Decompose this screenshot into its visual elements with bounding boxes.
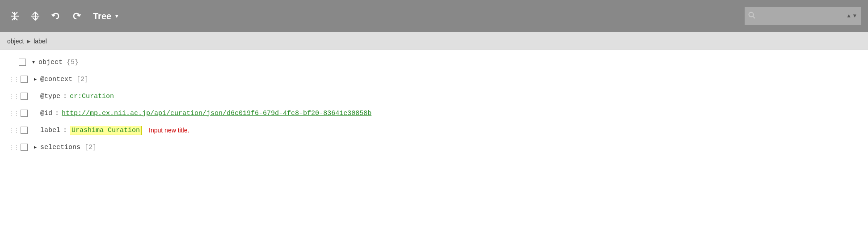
breadcrumb-part2: label [34,38,47,45]
svg-point-4 [749,12,754,17]
tree-content: object {5} @context [2] @type : [0,50,868,230]
type-info: [2] [80,144,97,151]
tree-row: label : Urashima Curation Input new titl… [0,122,868,139]
search-icon [748,12,755,21]
row-key-content: @context [2] [40,76,868,83]
dropdown-arrow-icon: ▼ [114,13,119,19]
row-square-icon [18,76,30,83]
expand-arrow-icon[interactable] [30,144,40,150]
search-container: ▲ ▼ [745,7,861,25]
tree-row: @context [2] [0,71,868,88]
tree-label: Tree [93,11,111,21]
key-label: @id [40,110,52,117]
row-key-content: @id : http://mp.ex.nii.ac.jp/api/curatio… [40,110,868,117]
row-key-content: @type : cr:Curation [40,93,868,100]
value-link[interactable]: http://mp.ex.nii.ac.jp/api/curation/json… [62,110,371,117]
undo-button[interactable] [48,9,63,23]
drag-handle-icon[interactable] [9,76,18,83]
search-down-icon[interactable]: ▼ [852,12,857,20]
expand-arrow-icon[interactable] [29,59,38,65]
tree-row: @id : http://mp.ex.nii.ac.jp/api/curatio… [0,105,868,122]
drag-handle-icon[interactable] [9,127,18,134]
key-label: selections [40,144,80,151]
key-label: object [38,59,63,66]
row-key-content: selections [2] [40,144,868,151]
row-square-icon [18,127,30,134]
drag-handle-icon[interactable] [9,93,18,100]
drag-handle-icon[interactable] [9,110,18,117]
breadcrumb-separator: ► [25,38,32,45]
search-input[interactable] [758,13,847,20]
key-label: @context [40,76,72,83]
tree-dropdown-button[interactable]: Tree ▼ [89,9,123,23]
breadcrumb: object ► label [0,32,868,50]
redo-button[interactable] [69,9,84,23]
collapse-all-button[interactable] [28,9,43,23]
svg-line-5 [753,16,755,18]
expand-all-button[interactable] [7,9,22,23]
tree-row: object {5} [0,54,868,71]
key-label: @type [40,93,60,100]
label-value-highlighted[interactable]: Urashima Curation [70,126,142,135]
breadcrumb-part1: object [7,38,24,45]
key-label: label [40,127,60,134]
expand-arrow-icon[interactable] [30,76,40,82]
type-info: {5} [63,59,79,66]
row-square-icon [16,59,29,66]
row-square-icon [18,110,30,117]
tree-row: selections [2] [0,139,868,156]
row-key-content: label : Urashima Curation Input new titl… [40,126,868,135]
colon: : [55,110,59,117]
value-text: cr:Curation [70,93,114,100]
tree-row: @type : cr:Curation [0,88,868,105]
row-square-icon [18,93,30,100]
drag-handle-icon[interactable] [9,144,18,151]
row-square-icon [18,144,30,151]
search-arrows: ▲ ▼ [847,12,857,20]
inline-hint-text: Input new title. [149,127,189,134]
colon: : [63,127,67,134]
search-up-icon[interactable]: ▲ [847,12,851,20]
row-key-content: object {5} [38,59,868,66]
colon: : [63,93,67,100]
type-info: [2] [72,76,88,83]
toolbar: Tree ▼ ▲ ▼ [0,0,868,32]
